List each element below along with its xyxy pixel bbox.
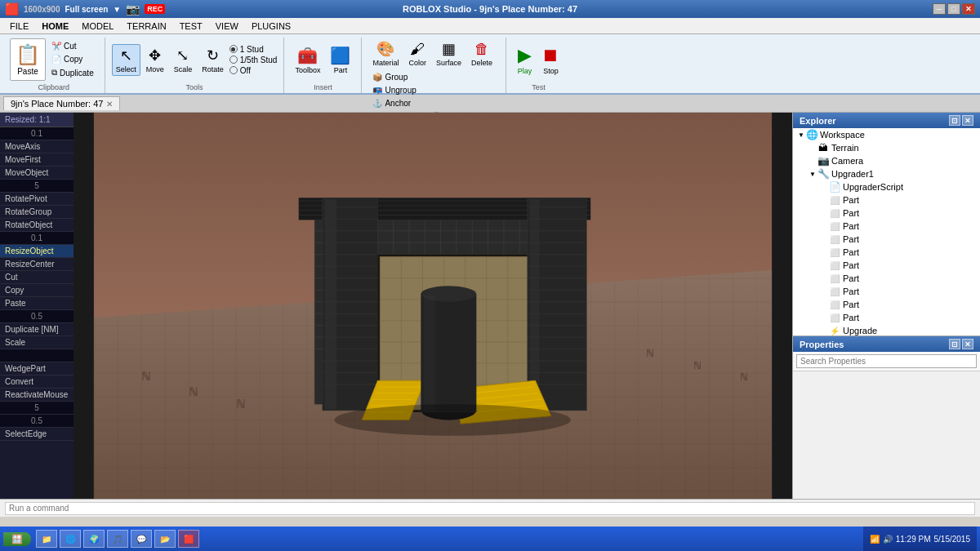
start-button[interactable]: 🪟 [3,532,31,546]
ungroup-button[interactable]: 📭 Ungroup [368,84,420,96]
menu-view[interactable]: VIEW [209,20,245,33]
menu-home[interactable]: HOME [35,20,75,33]
panel-move-axis[interactable]: MoveAxis [0,140,74,153]
delete-button[interactable]: 🗑 Delete [467,38,497,69]
taskbar-media[interactable]: 🎵 [107,530,128,548]
menu-plugins[interactable]: PLUGINS [245,20,297,33]
taskbar-chrome[interactable]: 🌍 [83,530,105,548]
part8-toggle[interactable] [819,287,829,296]
tree-part-3[interactable]: ⬜ Part [793,220,980,233]
camera-icon[interactable]: 📷 [126,2,140,16]
stud-1-radio[interactable] [229,45,238,53]
panel-rotate-group[interactable]: RotateGroup [0,206,74,219]
part3-toggle[interactable] [819,221,829,231]
taskbar-roblox[interactable]: 🟥 [178,530,199,548]
tree-upgrade[interactable]: ⚡ Upgrade [793,324,980,335]
tree-part-5[interactable]: ⬜ Part [793,246,980,259]
tree-part-4[interactable]: ⬜ Part [793,233,980,246]
taskbar-explorer[interactable]: 📂 [154,530,176,548]
explorer-close-button[interactable]: ✕ [962,115,973,126]
select-button[interactable]: ↖ Select [112,44,140,76]
panel-rotate-pivot[interactable]: RotatePivot [0,193,74,206]
tree-part-9[interactable]: ⬜ Part [793,298,980,311]
tree-part-7[interactable]: ⬜ Part [793,272,980,285]
color-button[interactable]: 🖌 Color [404,38,430,69]
rotate-button[interactable]: ↻ Rotate [198,44,228,76]
panel-wedge-part[interactable]: WedgePart [0,362,74,375]
properties-close-button[interactable]: ✕ [962,339,973,349]
panel-resize-object[interactable]: ResizeObject [0,245,74,258]
minimize-button[interactable]: ─ [933,3,946,15]
panel-convert[interactable]: Convert [0,375,74,389]
part1-toggle[interactable] [819,195,829,205]
panel-duplicate-nm[interactable]: Duplicate [NM] [0,323,74,336]
tree-part-10[interactable]: ⬜ Part [793,311,980,324]
panel-move-object[interactable]: MoveObject [0,167,74,180]
place-tab[interactable]: 9jn's Place Number: 47 ✕ [3,96,120,110]
rec-button[interactable]: REC [145,4,165,14]
move-button[interactable]: ✥ Move [142,44,168,76]
upgrader1-toggle[interactable]: ▼ [808,169,817,179]
panel-resize-center[interactable]: ResizeCenter [0,258,74,271]
tree-upgrader1[interactable]: ▼ 🔧 Upgrader1 [793,167,980,180]
stud-fifth-radio[interactable] [229,56,238,64]
scale-button[interactable]: ⤡ Scale [170,44,197,76]
panel-select-edge[interactable]: SelectEdge [0,428,74,441]
part-button[interactable]: 🟦 Part [326,43,354,77]
paste-button[interactable]: 📋 Paste [10,38,46,81]
stop-button[interactable]: ⏹ Stop [537,42,564,78]
panel-cut[interactable]: Cut [0,271,74,284]
properties-search-input[interactable] [796,354,977,368]
menu-test[interactable]: TEST [173,20,209,33]
panel-scale[interactable]: Scale [0,336,74,349]
tree-part-2[interactable]: ⬜ Part [793,207,980,220]
anchor-button[interactable]: ⚓ Anchor [368,97,420,109]
part9-toggle[interactable] [819,300,829,309]
upgrade-toggle[interactable] [819,326,829,335]
tree-camera[interactable]: 📷 Camera [793,154,980,167]
panel-move-first[interactable]: MoveFirst [0,153,74,167]
tree-terrain[interactable]: 🏔 Terrain [793,141,980,154]
taskbar-folder[interactable]: 📁 [36,530,57,548]
taskbar-skype[interactable]: 💬 [131,530,152,548]
stud-off-option[interactable]: Off [229,66,278,75]
duplicate-button[interactable]: ⧉ Duplicate [47,66,98,79]
group-button[interactable]: 📦 Group [368,71,420,83]
terrain-toggle[interactable] [808,143,817,153]
workspace-toggle[interactable]: ▼ [796,130,806,140]
part4-toggle[interactable] [819,234,829,244]
stud-1-option[interactable]: 1 Stud [229,45,278,54]
part5-toggle[interactable] [819,247,829,257]
tree-part-8[interactable]: ⬜ Part [793,285,980,298]
properties-popout-button[interactable]: ⊡ [949,339,960,349]
close-tab-button[interactable]: ✕ [106,100,113,109]
menu-terrain[interactable]: TERRAIN [120,20,172,33]
upgraderscript-toggle[interactable] [819,182,829,192]
panel-reactivate-mouse[interactable]: ReactivateMouse [0,389,74,402]
tree-part-6[interactable]: ⬜ Part [793,259,980,272]
stud-off-radio[interactable] [229,66,238,74]
part2-toggle[interactable] [819,208,829,218]
restore-button[interactable]: □ [947,3,960,15]
command-input[interactable] [5,502,975,515]
viewport[interactable]: ℕ ℕ ℕ ℕ ℕ ℕ [74,113,792,499]
stud-fifth-option[interactable]: 1/5th Stud [229,56,278,64]
taskbar-ie[interactable]: 🌐 [60,530,81,548]
surface-button[interactable]: ▦ Surface [432,38,466,69]
tree-upgraderscript[interactable]: 📄 UpgraderScript [793,180,980,193]
dropdown-icon[interactable]: ▼ [113,5,121,14]
panel-rotate-object[interactable]: RotateObject [0,219,74,232]
copy-button[interactable]: 📄 Copy [47,53,98,65]
camera-toggle[interactable] [808,156,817,166]
part7-toggle[interactable] [819,273,829,283]
panel-copy[interactable]: Copy [0,284,74,297]
menu-model[interactable]: MODEL [75,20,120,33]
tree-workspace[interactable]: ▼ 🌐 Workspace [793,128,980,141]
play-button[interactable]: ▶ Play [513,42,536,78]
menu-file[interactable]: FILE [3,20,35,33]
panel-paste[interactable]: Paste [0,297,74,310]
close-button[interactable]: ✕ [962,3,975,15]
toolbox-button[interactable]: 🧰 Toolbox [291,43,324,77]
part6-toggle[interactable] [819,260,829,270]
material-button[interactable]: 🎨 Material [368,38,403,69]
